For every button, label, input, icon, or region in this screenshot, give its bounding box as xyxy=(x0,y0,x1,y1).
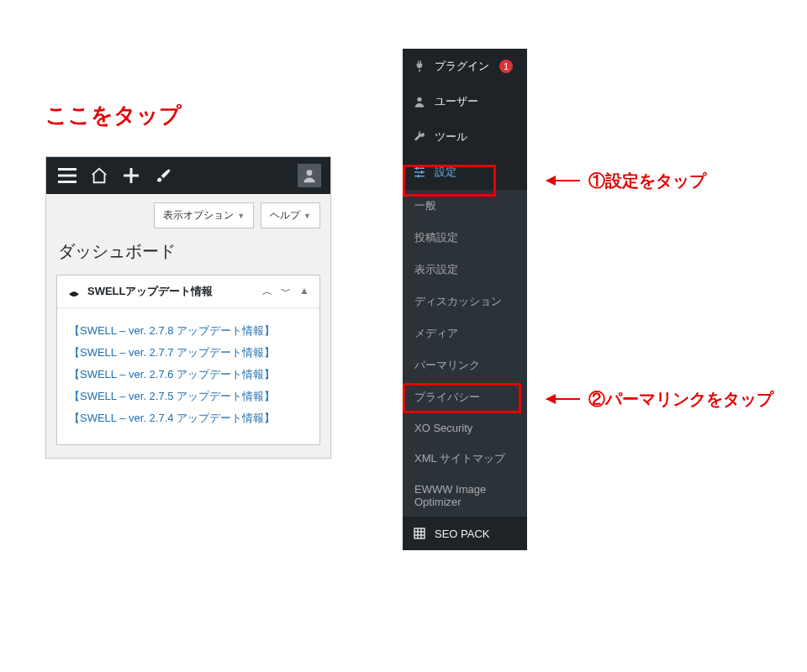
annotation-step2: ②パーマリンクをタップ xyxy=(588,388,773,411)
sidebar-item-tools[interactable]: ツール xyxy=(403,119,527,155)
avatar xyxy=(298,164,321,187)
add-new-button[interactable] xyxy=(115,157,147,194)
update-link[interactable]: 【SWELL – ver. 2.7.8 アップデート情報】 xyxy=(69,323,308,339)
submenu-item-writing[interactable]: 投稿設定 xyxy=(403,222,527,254)
sidebar-item-seopack[interactable]: SEO PACK xyxy=(403,517,527,550)
sliders-icon xyxy=(413,165,426,179)
triangle-up-icon[interactable]: ▲ xyxy=(299,285,309,299)
sidebar-item-label: ユーザー xyxy=(435,94,478,109)
update-link[interactable]: 【SWELL – ver. 2.7.7 アップデート情報】 xyxy=(69,345,308,360)
svg-point-5 xyxy=(307,170,313,176)
customize-button[interactable] xyxy=(147,157,179,194)
hamburger-icon xyxy=(58,168,76,183)
user-icon xyxy=(413,95,426,108)
metabox-header[interactable]: SWELLアップデート情報 ︿ ﹀ ▲ xyxy=(57,276,319,308)
annotation-tap-here: ここをタップ xyxy=(45,101,182,130)
sidebar-item-settings[interactable]: 設定 xyxy=(403,155,527,190)
svg-rect-0 xyxy=(58,168,76,171)
submenu-item-xml-sitemap[interactable]: XML サイトマップ xyxy=(403,443,527,475)
admin-toolbar xyxy=(46,157,330,194)
sidebar-item-users[interactable]: ユーザー xyxy=(403,84,527,119)
help-label: ヘルプ xyxy=(270,208,300,223)
swell-update-metabox: SWELLアップデート情報 ︿ ﹀ ▲ 【SWELL – ver. 2.7.8 … xyxy=(56,275,320,445)
chevron-down-icon[interactable]: ﹀ xyxy=(281,285,291,299)
home-button[interactable] xyxy=(83,157,115,194)
update-count-badge: 1 xyxy=(499,60,513,73)
sidebar-item-label: プラグイン xyxy=(435,59,489,74)
svg-point-6 xyxy=(417,97,421,102)
sidebar-item-label: ツール xyxy=(435,129,467,144)
chevron-up-icon[interactable]: ︿ xyxy=(262,285,272,299)
dashboard-body: 表示オプション ▼ ヘルプ ▼ ダッシュボード SWELLアップデート情報 ︿ … xyxy=(46,194,330,459)
submenu-item-discussion[interactable]: ディスカッション xyxy=(403,286,527,318)
metabox-body: 【SWELL – ver. 2.7.8 アップデート情報】 【SWELL – v… xyxy=(57,308,319,444)
wp-admin-sidebar: プラグイン 1 ユーザー ツール 設定 一般 投稿設定 表示設定 ディスカッショ… xyxy=(403,49,527,550)
svg-rect-1 xyxy=(58,175,76,177)
svg-rect-9 xyxy=(414,176,425,176)
plug-icon xyxy=(413,60,426,73)
home-icon xyxy=(90,166,108,185)
screen-options-row: 表示オプション ▼ ヘルプ ▼ xyxy=(56,202,320,228)
update-link[interactable]: 【SWELL – ver. 2.7.4 アップデート情報】 xyxy=(69,411,308,426)
svg-rect-10 xyxy=(416,166,417,170)
hamburger-menu-button[interactable] xyxy=(51,157,83,194)
submenu-item-media[interactable]: メディア xyxy=(403,318,527,349)
update-link[interactable]: 【SWELL – ver. 2.7.6 アップデート情報】 xyxy=(69,367,308,382)
update-link[interactable]: 【SWELL – ver. 2.7.5 アップデート情報】 xyxy=(69,389,308,404)
plus-icon xyxy=(123,167,140,184)
submenu-item-general[interactable]: 一般 xyxy=(403,190,527,222)
submenu-item-reading[interactable]: 表示設定 xyxy=(403,254,527,286)
profile-button[interactable] xyxy=(293,157,325,194)
paintbrush-icon xyxy=(155,167,171,184)
screen-options-label: 表示オプション xyxy=(163,208,234,223)
svg-rect-7 xyxy=(414,168,425,169)
annotation-step1: ①設定をタップ xyxy=(588,170,706,192)
sidebar-item-label: SEO PACK xyxy=(435,528,490,540)
help-button[interactable]: ヘルプ ▼ xyxy=(261,202,320,228)
metabox-title: SWELLアップデート情報 xyxy=(87,284,214,299)
svg-rect-2 xyxy=(58,181,76,183)
chevron-down-icon: ▼ xyxy=(303,212,311,220)
submenu-item-permalink[interactable]: パーマリンク xyxy=(403,349,527,381)
submenu-item-ewww[interactable]: EWWW Image Optimizer xyxy=(403,475,527,517)
sidebar-item-label: 設定 xyxy=(435,165,456,180)
screen-options-button[interactable]: 表示オプション ▼ xyxy=(154,202,254,228)
sidebar-item-plugins[interactable]: プラグイン 1 xyxy=(403,49,527,84)
submenu-item-privacy[interactable]: プライバシー xyxy=(403,381,527,413)
metabox-controls: ︿ ﹀ ▲ xyxy=(262,285,309,299)
svg-rect-4 xyxy=(124,175,139,177)
svg-rect-11 xyxy=(421,171,422,174)
wrench-icon xyxy=(413,130,426,144)
mobile-dashboard-panel: 表示オプション ▼ ヘルプ ▼ ダッシュボード SWELLアップデート情報 ︿ … xyxy=(45,156,331,459)
submenu-item-xo-security[interactable]: XO Security xyxy=(403,413,527,443)
swell-logo-icon xyxy=(67,285,81,298)
arrow-left-icon xyxy=(546,398,580,400)
svg-rect-12 xyxy=(418,175,419,178)
arrow-left-icon xyxy=(546,180,580,181)
page-title: ダッシュボード xyxy=(58,240,320,263)
grid-icon xyxy=(413,527,426,540)
chevron-down-icon: ▼ xyxy=(237,212,245,220)
svg-rect-8 xyxy=(414,171,425,172)
user-icon xyxy=(301,167,318,184)
settings-submenu: 一般 投稿設定 表示設定 ディスカッション メディア パーマリンク プライバシー… xyxy=(403,190,527,517)
svg-rect-13 xyxy=(414,528,425,538)
